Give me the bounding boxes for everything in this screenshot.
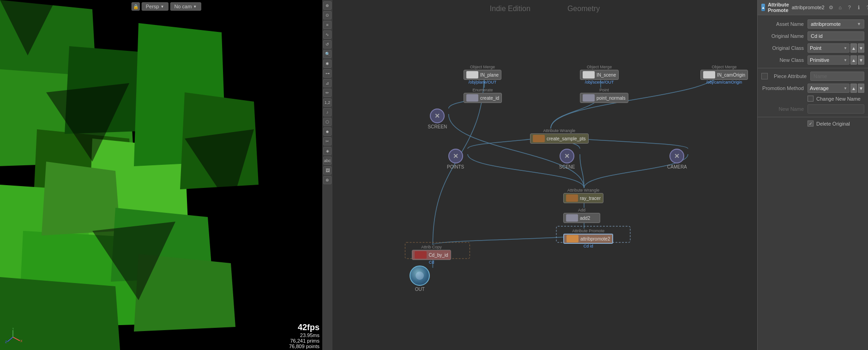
tool-btn-14[interactable]: ☻	[323, 127, 332, 136]
tool-btn-12[interactable]: ♪	[323, 108, 332, 116]
viewport-toolbar-top: 🔒 Persp ▼ No cam ▼	[132, 2, 201, 11]
perspective-label: Persp	[146, 4, 159, 9]
asset-name-label: Asset Name	[761, 21, 808, 27]
viewport-canvas	[0, 0, 332, 350]
node-OUT[interactable]: OUT	[410, 266, 430, 292]
node-SCREEN[interactable]: ✕SCREEN	[428, 109, 447, 129]
home-icon[interactable]: ⌂	[837, 4, 844, 11]
asset-name-row: Asset Name attribpromote ▼	[758, 18, 868, 30]
node-Cd_by_id[interactable]: Attrib CopyCd_by_idCd	[412, 245, 451, 265]
tool-btn-8[interactable]: ⊶	[323, 69, 332, 78]
promotion-method-down[interactable]: ▼	[858, 84, 864, 93]
node-create_sample_pts[interactable]: Attribute Wranglecreate_sample_pts	[530, 128, 589, 144]
node-IN_plane[interactable]: Object MergeIN_plane/obj/plane/OUT	[464, 65, 501, 84]
camera-arrow: ▼	[193, 5, 197, 9]
tool-btn-17[interactable]: abc	[323, 157, 332, 165]
node-ray_tracer[interactable]: Attribute Wrangleray_tracer	[563, 188, 603, 203]
tool-btn-18[interactable]: 🖼	[323, 166, 332, 175]
node-create_id[interactable]: Enumeratecreate_id	[464, 88, 502, 103]
tool-btn-1[interactable]: ⊕	[323, 1, 332, 10]
node-IN_camOrigin[interactable]: Object MergeIN_camOrigin/obj/cam/camOrig…	[700, 65, 748, 84]
axis-indicator: X Y Z	[4, 328, 22, 346]
tool-btn-11[interactable]: 1,2	[323, 98, 332, 107]
new-name-input[interactable]	[808, 104, 864, 114]
time-display: 23.95ms	[289, 332, 319, 338]
node-attribpromote2[interactable]: Attribute Promoteattribpromote2Cd id	[563, 229, 613, 248]
piece-attribute-label: Piece Attribute	[770, 73, 810, 79]
promotion-method-value: Average ▼ ▲ ▼	[808, 84, 864, 93]
piece-attribute-row: Piece Attribute Name	[758, 70, 868, 82]
node-POINTS[interactable]: ✕POINTS	[447, 149, 464, 169]
original-name-text: Cd id	[811, 33, 823, 39]
promotion-method-up[interactable]: ▲	[850, 84, 857, 93]
panel-header: ▲ Attribute Promote attribpromote2 ⚙ ⌂ ?…	[758, 0, 868, 15]
gear-icon[interactable]: ⚙	[827, 4, 835, 11]
original-class-up[interactable]: ▲	[850, 43, 857, 53]
piece-attribute-placeholder: Name	[814, 73, 827, 79]
divider-1	[758, 68, 868, 68]
change-new-name-checkbox[interactable]	[808, 96, 814, 102]
node-IN_scene[interactable]: Object MergeIN_scene/obj/scene/OUT	[580, 65, 619, 84]
divider-2	[758, 117, 868, 117]
new-class-dropdown[interactable]: Primitive ▼	[808, 55, 850, 65]
tool-btn-6[interactable]: 🔍	[323, 50, 332, 58]
tool-btn-10[interactable]: ✏	[323, 89, 332, 97]
promotion-method-text: Average	[810, 85, 829, 91]
change-new-name-row: Change New Name	[758, 94, 868, 103]
node-point_normals[interactable]: Pointpoint_normals	[580, 88, 628, 103]
tool-btn-2[interactable]: ⊙	[323, 11, 332, 19]
delete-original-checkbox[interactable]: ✓	[808, 121, 814, 127]
points-display: 76,809 points	[289, 344, 319, 349]
camera-button[interactable]: No cam ▼	[170, 2, 201, 11]
original-name-row: Original Name Cd id	[758, 30, 868, 42]
svg-text:X: X	[20, 339, 22, 343]
promotion-method-dropdown[interactable]: Average ▼	[808, 84, 850, 93]
tool-btn-13[interactable]: ⬡	[323, 118, 332, 126]
help-icon[interactable]: ?	[846, 4, 853, 11]
new-class-arrow: ▼	[844, 58, 847, 62]
tool-btn-19[interactable]: ⊕	[323, 176, 332, 184]
new-class-value: Primitive ▼ ▲ ▼	[808, 55, 864, 65]
perspective-button[interactable]: Persp ▼	[142, 2, 169, 11]
tool-btn-5[interactable]: ↺	[323, 40, 332, 48]
asset-name-value: attribpromote ▼	[808, 19, 864, 29]
panel-node-name: attribpromote2	[792, 5, 825, 10]
promotion-method-row: Promotion Method Average ▼ ▲ ▼	[758, 82, 868, 94]
viewport-toolbar-right: ⊕ ⊙ ≡ ∿ ↺ 🔍 ✱ ⊶ ⊿ ✏ 1,2 ♪ ⬡ ☻ ✂ ◈ abc 🖼 …	[322, 0, 332, 350]
original-name-input[interactable]: Cd id	[808, 31, 864, 41]
panel-header-icons: ⚙ ⌂ ? ℹ ?	[827, 4, 868, 11]
piece-attribute-checkbox[interactable]	[761, 73, 768, 79]
prims-display: 76,241 prims	[289, 338, 319, 344]
node-CAMERA[interactable]: ✕CAMERA	[667, 149, 687, 169]
original-class-label: Original Class	[761, 45, 808, 51]
tool-btn-3[interactable]: ≡	[323, 21, 332, 29]
new-name-label: New Name	[761, 106, 808, 112]
node-container: Object MergeIN_plane/obj/plane/OUTObject…	[332, 0, 757, 350]
tool-btn-9[interactable]: ⊿	[323, 79, 332, 87]
viewport[interactable]: 🔒 Persp ▼ No cam ▼ ⊕ ⊙ ≡ ∿ ↺ 🔍 ✱ ⊶ ⊿ ✏ 1…	[0, 0, 332, 350]
node-SCENE[interactable]: ✕SCENE	[559, 149, 575, 169]
info-icon[interactable]: ℹ	[855, 4, 862, 11]
asset-name-text: attribpromote	[811, 21, 841, 27]
node-graph[interactable]: Indie Edition Geometry Object MergeIN_pl…	[332, 0, 757, 350]
new-name-value	[808, 104, 864, 114]
original-class-down[interactable]: ▼	[858, 43, 864, 53]
asset-name-input[interactable]: attribpromote ▼	[808, 19, 864, 29]
tool-btn-4[interactable]: ∿	[323, 30, 332, 39]
tool-btn-7[interactable]: ✱	[323, 60, 332, 68]
tool-btn-15[interactable]: ✂	[323, 137, 332, 145]
new-class-up[interactable]: ▲	[850, 55, 857, 65]
lock-icon[interactable]: 🔒	[132, 2, 140, 11]
node-add2[interactable]: Addadd2	[563, 208, 600, 223]
viewport-info: 42fps 23.95ms 76,241 prims 76,809 points	[286, 322, 322, 350]
new-class-down[interactable]: ▼	[858, 55, 864, 65]
new-class-row: New Class Primitive ▼ ▲ ▼	[758, 54, 868, 66]
piece-attribute-input[interactable]: Name	[810, 72, 864, 81]
svg-line-2	[7, 337, 13, 342]
tool-btn-16[interactable]: ◈	[323, 147, 332, 155]
original-class-arrow: ▼	[844, 46, 847, 50]
perspective-arrow: ▼	[161, 5, 164, 9]
original-name-value: Cd id	[808, 31, 864, 41]
question-icon[interactable]: ?	[864, 4, 868, 11]
original-class-dropdown[interactable]: Point ▼	[808, 43, 850, 53]
